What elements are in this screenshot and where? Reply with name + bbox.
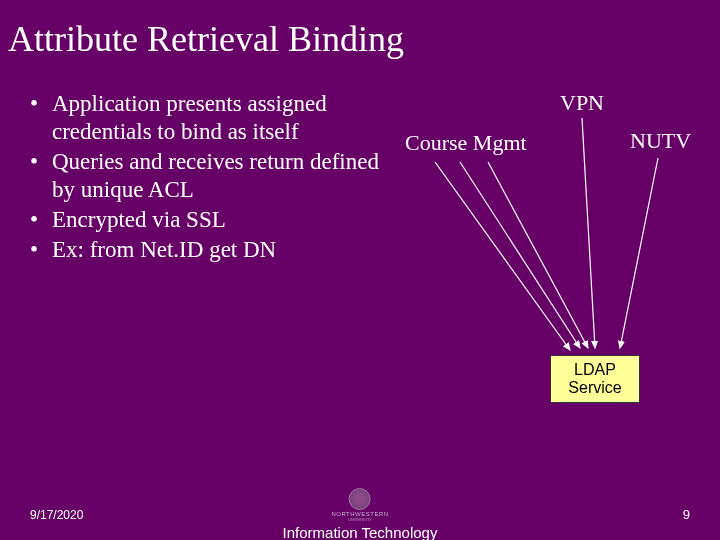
slide-footer: 9/17/2020 NORTHWESTERN UNIVERSITY Inform… — [0, 507, 720, 522]
footer-page-number: 9 — [683, 507, 690, 522]
northwestern-seal-icon — [349, 488, 371, 510]
svg-line-0 — [582, 118, 595, 348]
footer-center-text: Information Technology — [283, 524, 438, 540]
ldap-line1: LDAP — [551, 361, 639, 379]
bullet-item: Encrypted via SSL — [30, 206, 380, 234]
bullet-item: Application presents assigned credential… — [30, 90, 380, 146]
diagram-arrows — [380, 90, 710, 420]
svg-line-4 — [620, 158, 658, 348]
ldap-service-box: LDAP Service — [550, 355, 640, 403]
slide-title: Attribute Retrieval Binding — [0, 0, 720, 60]
svg-line-3 — [488, 162, 588, 348]
bullet-list: Application presents assigned credential… — [0, 90, 380, 266]
svg-line-2 — [460, 162, 580, 348]
ldap-line2: Service — [551, 379, 639, 397]
bullet-item: Ex: from Net.ID get DN — [30, 236, 380, 264]
diagram: VPN Course Mgmt NUTV LDAP Service — [380, 90, 710, 420]
bullet-item: Queries and receives return defined by u… — [30, 148, 380, 204]
footer-center: NORTHWESTERN UNIVERSITY Information Tech… — [283, 488, 438, 540]
northwestern-logo-subtext: UNIVERSITY — [348, 517, 372, 522]
footer-date: 9/17/2020 — [30, 508, 83, 522]
northwestern-logo: NORTHWESTERN UNIVERSITY — [283, 488, 438, 522]
